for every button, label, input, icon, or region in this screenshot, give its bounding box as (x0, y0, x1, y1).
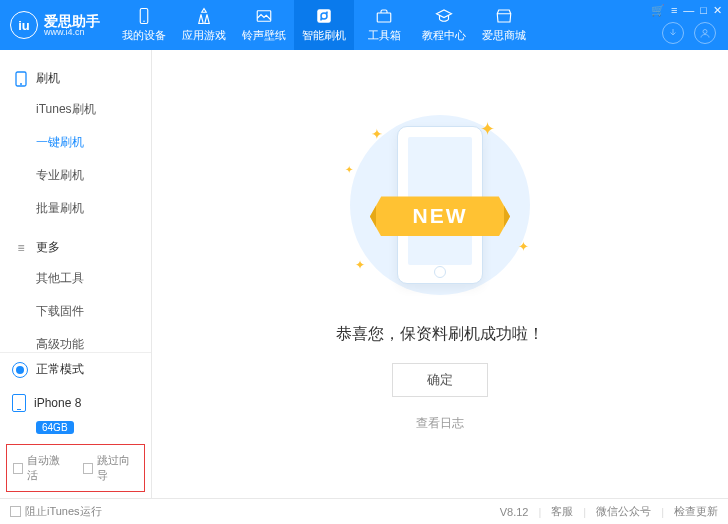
mode-indicator-icon (12, 362, 28, 378)
sidebar-item-download-fw[interactable]: 下载固件 (0, 295, 151, 328)
apps-icon (195, 7, 213, 25)
mode-row[interactable]: 正常模式 (0, 353, 151, 386)
nav-tabs: 我的设备 应用游戏 铃声壁纸 智能刷机 工具箱 教程中心 爱思商城 (114, 0, 534, 50)
phone-icon (14, 72, 28, 86)
header: iu 爱思助手 www.i4.cn 我的设备 应用游戏 铃声壁纸 智能刷机 工具… (0, 0, 728, 50)
tab-toolbox[interactable]: 工具箱 (354, 0, 414, 50)
ok-button[interactable]: 确定 (392, 363, 488, 397)
sidebar-item-pro[interactable]: 专业刷机 (0, 159, 151, 192)
sidebar-group-more[interactable]: ≡ 更多 (0, 233, 151, 262)
new-ribbon: NEW (370, 196, 510, 236)
sidebar: 刷机 iTunes刷机 一键刷机 专业刷机 批量刷机 ≡ 更多 其他工具 下载固… (0, 50, 152, 498)
success-illustration: ✦ ✦ ✦ ✦ ✦ NEW (335, 110, 545, 300)
svg-rect-3 (317, 9, 331, 23)
sidebar-item-other-tools[interactable]: 其他工具 (0, 262, 151, 295)
footer-link-wechat[interactable]: 微信公众号 (596, 504, 651, 519)
svg-point-1 (143, 21, 145, 23)
minimize-button[interactable]: — (683, 4, 694, 17)
storage-badge: 64GB (36, 421, 74, 434)
checkbox-skip-wizard[interactable]: 跳过向导 (83, 453, 139, 483)
tab-flash[interactable]: 智能刷机 (294, 0, 354, 50)
checkbox-auto-activate[interactable]: 自动激活 (13, 453, 69, 483)
list-icon: ≡ (14, 241, 28, 255)
user-button[interactable] (694, 22, 716, 44)
menu-icon[interactable]: ≡ (671, 4, 677, 17)
options-highlight-box: 自动激活 跳过向导 (6, 444, 145, 492)
store-icon (495, 7, 513, 25)
tab-ringtones[interactable]: 铃声壁纸 (234, 0, 294, 50)
tab-apps[interactable]: 应用游戏 (174, 0, 234, 50)
device-row[interactable]: iPhone 8 (0, 386, 151, 420)
graduation-icon (435, 7, 453, 25)
close-button[interactable]: ✕ (713, 4, 722, 17)
device-icon (12, 394, 26, 412)
version-label: V8.12 (500, 506, 529, 518)
svg-point-5 (703, 30, 707, 34)
refresh-icon (315, 7, 333, 25)
tab-my-device[interactable]: 我的设备 (114, 0, 174, 50)
maximize-button[interactable]: □ (700, 4, 707, 17)
logo[interactable]: iu 爱思助手 www.i4.cn (0, 0, 114, 50)
footer-link-support[interactable]: 客服 (551, 504, 573, 519)
success-message: 恭喜您，保资料刷机成功啦！ (336, 324, 544, 345)
window-controls: 🛒 ≡ — □ ✕ (651, 4, 722, 17)
brand-name: 爱思助手 (44, 14, 100, 28)
sidebar-item-batch[interactable]: 批量刷机 (0, 192, 151, 225)
sidebar-item-advanced[interactable]: 高级功能 (0, 328, 151, 352)
toolbox-icon (375, 7, 393, 25)
device-icon (135, 7, 153, 25)
checkbox-block-itunes[interactable]: 阻止iTunes运行 (10, 504, 102, 519)
image-icon (255, 7, 273, 25)
tab-store[interactable]: 爱思商城 (474, 0, 534, 50)
footer: 阻止iTunes运行 V8.12 | 客服 | 微信公众号 | 检查更新 (0, 498, 728, 524)
footer-link-update[interactable]: 检查更新 (674, 504, 718, 519)
sidebar-item-itunes[interactable]: iTunes刷机 (0, 93, 151, 126)
sidebar-group-flash[interactable]: 刷机 (0, 64, 151, 93)
svg-rect-4 (377, 13, 391, 22)
sidebar-item-oneclick[interactable]: 一键刷机 (0, 126, 151, 159)
svg-point-7 (20, 83, 22, 85)
cart-icon[interactable]: 🛒 (651, 4, 665, 17)
main-content: ✦ ✦ ✦ ✦ ✦ NEW 恭喜您，保资料刷机成功啦！ 确定 查看日志 (152, 50, 728, 498)
tab-tutorials[interactable]: 教程中心 (414, 0, 474, 50)
logo-icon: iu (10, 11, 38, 39)
brand-url: www.i4.cn (44, 28, 100, 37)
view-log-link[interactable]: 查看日志 (416, 415, 464, 432)
download-button[interactable] (662, 22, 684, 44)
